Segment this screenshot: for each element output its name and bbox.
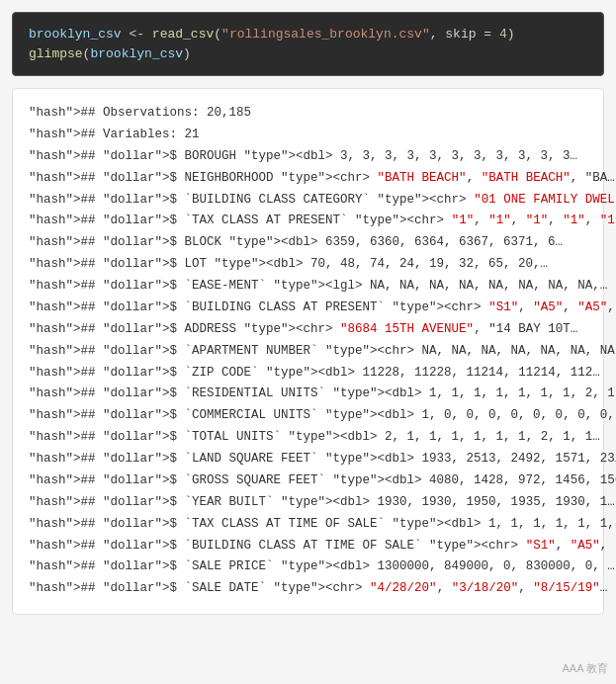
output-line-9: "hash">## "dollar">$ `BUILDING CLASS AT …	[29, 298, 587, 319]
output-line-16: "hash">## "dollar">$ `LAND SQUARE FEET` …	[29, 449, 587, 470]
code-block: brooklyn_csv <- read_csv("rollingsales_b…	[12, 12, 604, 76]
str-filename: "rollingsales_brooklyn.csv"	[221, 27, 430, 42]
output-line-5: "hash">## "dollar">$ `TAX CLASS AT PRESE…	[29, 211, 587, 232]
output-line-2: "hash">## "dollar">$ BOROUGH "type"><dbl…	[29, 146, 587, 168]
output-line-18: "hash">## "dollar">$ `YEAR BUILT` "type"…	[29, 492, 587, 514]
output-line-11: "hash">## "dollar">$ `APARTMENT NUMBER` …	[29, 341, 587, 363]
output-line-3: "hash">## "dollar">$ NEIGHBORHOOD "type"…	[29, 168, 587, 190]
output-line-8: "hash">## "dollar">$ `EASE-MENT` "type">…	[29, 276, 587, 298]
output-line-13: "hash">## "dollar">$ `RESIDENTIAL UNITS`…	[29, 384, 587, 405]
output-line-15: "hash">## "dollar">$ `TOTAL UNITS` "type…	[29, 427, 587, 449]
output-line-19: "hash">## "dollar">$ `TAX CLASS AT TIME …	[29, 514, 587, 536]
fn-read-csv: read_csv	[152, 27, 214, 42]
var-brooklyn: brooklyn_csv	[29, 27, 122, 42]
output-line-20: "hash">## "dollar">$ `BUILDING CLASS AT …	[29, 536, 587, 557]
output-line-21: "hash">## "dollar">$ `SALE PRICE` "type"…	[29, 556, 587, 578]
code-line-1: brooklyn_csv <- read_csv("rollingsales_b…	[29, 25, 587, 44]
output-line-10: "hash">## "dollar">$ ADDRESS "type"><chr…	[29, 319, 587, 341]
output-line-12: "hash">## "dollar">$ `ZIP CODE` "type"><…	[29, 363, 587, 385]
output-block: "hash">## Observations: 20,185"hash">## …	[12, 88, 604, 615]
output-line-6: "hash">## "dollar">$ BLOCK "type"><dbl> …	[29, 232, 587, 254]
output-line-7: "hash">## "dollar">$ LOT "type"><dbl> 70…	[29, 254, 587, 276]
var-brooklyn-2: brooklyn_csv	[90, 46, 183, 61]
output-line-14: "hash">## "dollar">$ `COMMERCIAL UNITS` …	[29, 405, 587, 427]
output-line-17: "hash">## "dollar">$ `GROSS SQUARE FEET`…	[29, 470, 587, 492]
watermark: AAA 教育	[563, 661, 608, 676]
num-skip: 4	[499, 27, 507, 42]
fn-glimpse: glimpse	[29, 46, 83, 61]
output-line-4: "hash">## "dollar">$ `BUILDING CLASS CAT…	[29, 190, 587, 212]
output-line-1: "hash">## Variables: 21	[29, 125, 587, 146]
output-line-22: "hash">## "dollar">$ `SALE DATE` "type">…	[29, 578, 587, 600]
code-line-2: glimpse(brooklyn_csv)	[29, 44, 587, 64]
output-line-0: "hash">## Observations: 20,185	[29, 103, 587, 125]
